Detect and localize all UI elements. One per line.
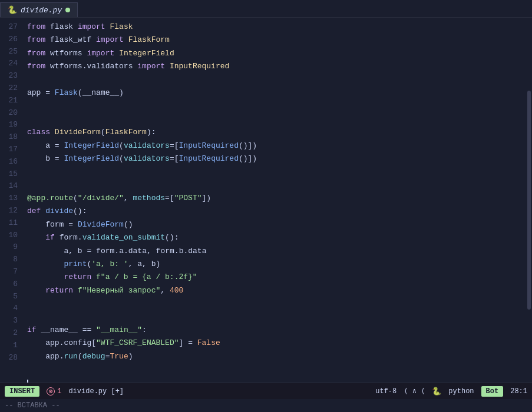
code-line: from flask_wtf import FlaskForm bbox=[27, 34, 525, 47]
error-circle-icon: ⊗ bbox=[47, 387, 55, 396]
tab-divide-py[interactable]: 🐍 divide.py bbox=[0, 2, 78, 17]
python-icon: 🐍 bbox=[432, 387, 441, 396]
code-line bbox=[27, 298, 525, 311]
code-line: @app.route("/divide/", methods=["POST"]) bbox=[27, 192, 525, 205]
bot-badge: Bot bbox=[481, 386, 504, 397]
python-tab-icon: 🐍 bbox=[8, 5, 17, 15]
code-line bbox=[27, 74, 525, 87]
tab-modified-dot bbox=[65, 8, 70, 12]
status-bar: INSERT ⊗ 1 divide.py [+] utf-8 ⟨ ∧ ⟨ 🐍 p… bbox=[0, 383, 532, 399]
code-line: b = IntegerField(validators=[InputRequir… bbox=[27, 153, 525, 166]
status-encoding: utf-8 bbox=[375, 387, 396, 396]
insert-mode-badge: INSERT bbox=[5, 386, 39, 397]
code-area[interactable]: from flask import Flask from flask_wtf i… bbox=[22, 18, 525, 383]
python-label: python bbox=[448, 387, 474, 396]
code-line: app = Flask(__name__) bbox=[27, 87, 525, 100]
bottom-mode-text: -- ВСТАВКА -- bbox=[5, 401, 60, 410]
code-line bbox=[27, 311, 525, 324]
code-line: return f"Неверный запрос", 400 bbox=[27, 285, 525, 298]
code-line bbox=[27, 166, 525, 179]
code-line: form = DivideForm() bbox=[27, 219, 525, 232]
error-indicator: ⊗ 1 bbox=[47, 387, 61, 396]
code-line: if form.validate_on_submit(): bbox=[27, 232, 525, 245]
cursor-position: 28:1 bbox=[510, 387, 527, 396]
editor-container: 27 26 25 24 23 22 21 20 19 18 17 16 15 1… bbox=[0, 18, 532, 383]
code-line bbox=[27, 180, 525, 192]
code-line: from wtforms import IntegerField bbox=[27, 48, 525, 61]
code-line: app.config["WTF_CSRF_ENABLED"] = False bbox=[27, 337, 525, 350]
bottom-bar: -- ВСТАВКА -- bbox=[0, 399, 532, 412]
line-numbers: 27 26 25 24 23 22 21 20 19 18 17 16 15 1… bbox=[0, 18, 22, 383]
scrollbar[interactable] bbox=[525, 18, 532, 383]
status-arrows: ⟨ ∧ ⟨ bbox=[404, 387, 425, 396]
tab-bar: 🐍 divide.py bbox=[0, 0, 532, 18]
status-filename: divide.py [+] bbox=[68, 387, 124, 396]
code-line: a, b = form.a.data, form.b.data bbox=[27, 245, 525, 258]
code-line: print('a, b: ', a, b) bbox=[27, 258, 525, 271]
error-count: 1 bbox=[57, 387, 61, 396]
code-line bbox=[27, 100, 525, 113]
code-line bbox=[27, 364, 525, 377]
code-line: if __name__ == "__main__": bbox=[27, 324, 525, 337]
code-line: from wtforms.validators import InputRequ… bbox=[27, 61, 525, 74]
code-line: a = IntegerField(validators=[InputRequir… bbox=[27, 140, 525, 153]
code-line bbox=[27, 114, 525, 127]
code-line: return f"a / b = {a / b:.2f}" bbox=[27, 271, 525, 284]
code-line-cursor bbox=[27, 377, 525, 383]
code-line: from flask import Flask bbox=[27, 21, 525, 34]
scrollbar-thumb[interactable] bbox=[527, 91, 531, 310]
code-line: class DivideForm(FlaskForm): bbox=[27, 127, 525, 139]
code-line: app.run(debug=True) bbox=[27, 351, 525, 364]
tab-filename: divide.py bbox=[21, 6, 62, 15]
code-line: def divide(): bbox=[27, 205, 525, 218]
